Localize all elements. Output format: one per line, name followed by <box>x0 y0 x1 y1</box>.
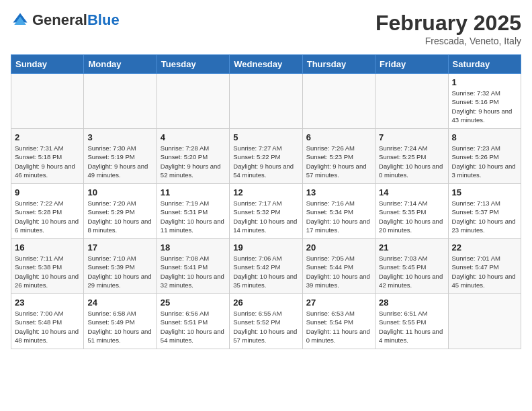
calendar-header-row: SundayMondayTuesdayWednesdayThursdayFrid… <box>11 55 521 74</box>
calendar-day-cell: 28Sunrise: 6:51 AM Sunset: 5:55 PM Dayli… <box>375 294 448 349</box>
day-number: 24 <box>87 298 152 308</box>
day-info: Sunrise: 7:20 AM Sunset: 5:29 PM Dayligh… <box>87 199 152 234</box>
day-number: 15 <box>452 187 517 197</box>
calendar-day-cell: 19Sunrise: 7:06 AM Sunset: 5:42 PM Dayli… <box>230 239 302 294</box>
calendar-day-cell: 17Sunrise: 7:10 AM Sunset: 5:39 PM Dayli… <box>84 239 157 294</box>
calendar-day-cell: 16Sunrise: 7:11 AM Sunset: 5:38 PM Dayli… <box>11 239 84 294</box>
day-info: Sunrise: 7:00 AM Sunset: 5:48 PM Dayligh… <box>15 309 80 345</box>
day-number: 8 <box>452 132 517 142</box>
calendar-week-row: 16Sunrise: 7:11 AM Sunset: 5:38 PM Dayli… <box>11 239 521 294</box>
calendar-day-cell: 5Sunrise: 7:27 AM Sunset: 5:22 PM Daylig… <box>230 129 302 184</box>
day-info: Sunrise: 7:19 AM Sunset: 5:31 PM Dayligh… <box>161 199 226 234</box>
day-info: Sunrise: 7:28 AM Sunset: 5:20 PM Dayligh… <box>161 144 226 179</box>
day-info: Sunrise: 7:26 AM Sunset: 5:23 PM Dayligh… <box>306 144 371 179</box>
day-number: 13 <box>306 187 371 197</box>
day-info: Sunrise: 7:08 AM Sunset: 5:41 PM Dayligh… <box>161 254 226 289</box>
day-info: Sunrise: 7:24 AM Sunset: 5:25 PM Dayligh… <box>379 144 444 179</box>
day-number: 2 <box>15 132 80 142</box>
day-info: Sunrise: 7:17 AM Sunset: 5:32 PM Dayligh… <box>233 199 298 234</box>
day-info: Sunrise: 6:55 AM Sunset: 5:52 PM Dayligh… <box>233 309 298 345</box>
day-number: 7 <box>379 132 444 142</box>
day-info: Sunrise: 7:16 AM Sunset: 5:34 PM Dayligh… <box>306 199 371 234</box>
calendar-day-cell: 7Sunrise: 7:24 AM Sunset: 5:25 PM Daylig… <box>375 129 448 184</box>
calendar-day-cell <box>302 74 375 129</box>
calendar-week-row: 9Sunrise: 7:22 AM Sunset: 5:28 PM Daylig… <box>11 184 521 239</box>
logo: GeneralBlue <box>11 11 120 30</box>
calendar-day-cell: 24Sunrise: 6:58 AM Sunset: 5:49 PM Dayli… <box>84 294 157 349</box>
day-number: 16 <box>15 242 80 253</box>
day-info: Sunrise: 6:58 AM Sunset: 5:49 PM Dayligh… <box>87 309 152 345</box>
day-number: 21 <box>379 242 444 253</box>
calendar-day-cell: 10Sunrise: 7:20 AM Sunset: 5:29 PM Dayli… <box>84 184 157 239</box>
title-block: February 2025 Frescada, Veneto, Italy <box>375 11 521 46</box>
day-number: 12 <box>233 187 298 197</box>
calendar-day-cell <box>11 74 84 129</box>
page-header: GeneralBlue February 2025 Frescada, Vene… <box>11 11 521 46</box>
day-number: 6 <box>306 132 371 142</box>
day-of-week-header: Monday <box>84 55 157 74</box>
day-info: Sunrise: 7:06 AM Sunset: 5:42 PM Dayligh… <box>233 254 298 289</box>
day-of-week-header: Sunday <box>11 55 84 74</box>
day-number: 17 <box>87 242 152 253</box>
calendar-day-cell: 9Sunrise: 7:22 AM Sunset: 5:28 PM Daylig… <box>11 184 84 239</box>
day-info: Sunrise: 7:14 AM Sunset: 5:35 PM Dayligh… <box>379 199 444 234</box>
calendar-day-cell <box>448 294 521 349</box>
day-info: Sunrise: 7:11 AM Sunset: 5:38 PM Dayligh… <box>15 254 80 289</box>
day-info: Sunrise: 7:31 AM Sunset: 5:18 PM Dayligh… <box>15 144 80 179</box>
day-number: 1 <box>452 77 517 87</box>
calendar-day-cell: 8Sunrise: 7:23 AM Sunset: 5:26 PM Daylig… <box>448 129 521 184</box>
calendar-day-cell: 23Sunrise: 7:00 AM Sunset: 5:48 PM Dayli… <box>11 294 84 349</box>
day-info: Sunrise: 7:30 AM Sunset: 5:19 PM Dayligh… <box>87 144 152 179</box>
day-info: Sunrise: 7:22 AM Sunset: 5:28 PM Dayligh… <box>15 199 80 234</box>
day-number: 27 <box>306 298 371 308</box>
calendar-table: SundayMondayTuesdayWednesdayThursdayFrid… <box>11 54 521 349</box>
day-number: 11 <box>161 187 226 197</box>
calendar-day-cell: 14Sunrise: 7:14 AM Sunset: 5:35 PM Dayli… <box>375 184 448 239</box>
logo-general-text: General <box>32 12 87 28</box>
calendar-day-cell <box>230 74 302 129</box>
calendar-day-cell: 20Sunrise: 7:05 AM Sunset: 5:44 PM Dayli… <box>302 239 375 294</box>
calendar-day-cell <box>375 74 448 129</box>
day-number: 9 <box>15 187 80 197</box>
day-info: Sunrise: 7:03 AM Sunset: 5:45 PM Dayligh… <box>379 254 444 289</box>
day-info: Sunrise: 7:23 AM Sunset: 5:26 PM Dayligh… <box>452 144 517 179</box>
calendar-day-cell: 18Sunrise: 7:08 AM Sunset: 5:41 PM Dayli… <box>157 239 229 294</box>
calendar-week-row: 2Sunrise: 7:31 AM Sunset: 5:18 PM Daylig… <box>11 129 521 184</box>
location-text: Frescada, Veneto, Italy <box>375 36 521 46</box>
calendar-day-cell: 26Sunrise: 6:55 AM Sunset: 5:52 PM Dayli… <box>230 294 302 349</box>
day-number: 10 <box>87 187 152 197</box>
day-info: Sunrise: 7:27 AM Sunset: 5:22 PM Dayligh… <box>233 144 298 179</box>
calendar-day-cell: 15Sunrise: 7:13 AM Sunset: 5:37 PM Dayli… <box>448 184 521 239</box>
calendar-day-cell: 13Sunrise: 7:16 AM Sunset: 5:34 PM Dayli… <box>302 184 375 239</box>
calendar-day-cell: 3Sunrise: 7:30 AM Sunset: 5:19 PM Daylig… <box>84 129 157 184</box>
day-info: Sunrise: 7:10 AM Sunset: 5:39 PM Dayligh… <box>87 254 152 289</box>
day-info: Sunrise: 7:05 AM Sunset: 5:44 PM Dayligh… <box>306 254 371 289</box>
calendar-day-cell <box>157 74 229 129</box>
day-info: Sunrise: 6:56 AM Sunset: 5:51 PM Dayligh… <box>161 309 226 345</box>
day-number: 19 <box>233 242 298 253</box>
day-of-week-header: Tuesday <box>157 55 229 74</box>
day-number: 23 <box>15 298 80 308</box>
day-info: Sunrise: 7:13 AM Sunset: 5:37 PM Dayligh… <box>452 199 517 234</box>
day-of-week-header: Wednesday <box>230 55 302 74</box>
day-number: 22 <box>452 242 517 253</box>
day-info: Sunrise: 6:53 AM Sunset: 5:54 PM Dayligh… <box>306 309 371 345</box>
day-of-week-header: Saturday <box>448 55 521 74</box>
day-number: 3 <box>87 132 152 142</box>
day-number: 14 <box>379 187 444 197</box>
day-number: 20 <box>306 242 371 253</box>
calendar-day-cell: 25Sunrise: 6:56 AM Sunset: 5:51 PM Dayli… <box>157 294 229 349</box>
logo-icon <box>11 11 30 30</box>
day-of-week-header: Thursday <box>302 55 375 74</box>
calendar-week-row: 1Sunrise: 7:32 AM Sunset: 5:16 PM Daylig… <box>11 74 521 129</box>
logo-blue-text: Blue <box>87 12 120 28</box>
day-info: Sunrise: 7:32 AM Sunset: 5:16 PM Dayligh… <box>452 89 517 124</box>
calendar-day-cell: 1Sunrise: 7:32 AM Sunset: 5:16 PM Daylig… <box>448 74 521 129</box>
day-number: 4 <box>161 132 226 142</box>
day-info: Sunrise: 7:01 AM Sunset: 5:47 PM Dayligh… <box>452 254 517 289</box>
calendar-day-cell <box>84 74 157 129</box>
day-number: 18 <box>161 242 226 253</box>
calendar-day-cell: 21Sunrise: 7:03 AM Sunset: 5:45 PM Dayli… <box>375 239 448 294</box>
day-number: 5 <box>233 132 298 142</box>
calendar-week-row: 23Sunrise: 7:00 AM Sunset: 5:48 PM Dayli… <box>11 294 521 349</box>
